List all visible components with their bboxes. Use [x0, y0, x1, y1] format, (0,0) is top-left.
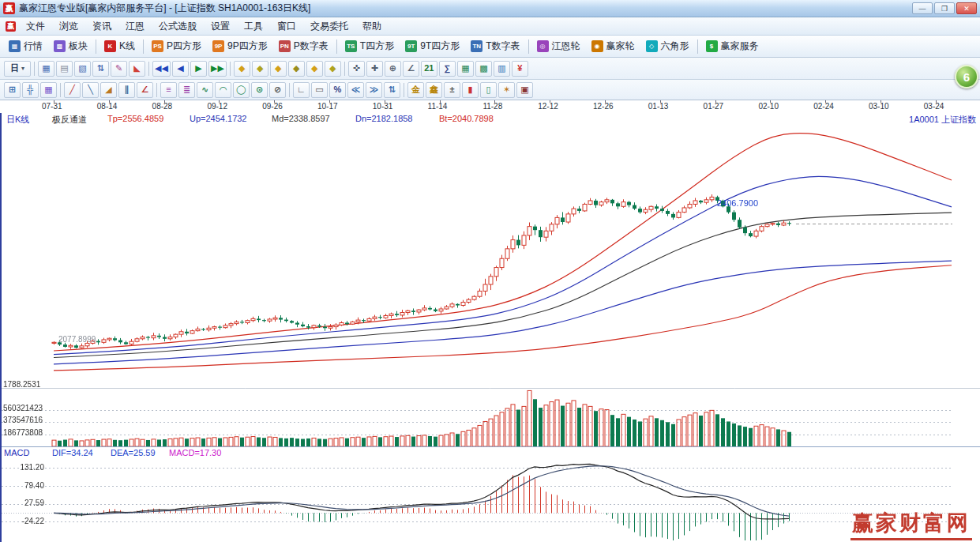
t-square-button[interactable]: TST四方形	[340, 38, 400, 55]
close-button[interactable]: ✕	[956, 2, 977, 14]
toolbar-separator	[336, 40, 337, 54]
fib-levels-button[interactable]: ≡	[160, 82, 177, 98]
layout-grid-button[interactable]: ▦	[38, 61, 54, 77]
gold-tool-button[interactable]: 金	[407, 82, 424, 98]
split-panel-icon: ▥	[498, 64, 505, 73]
copy-chart-button[interactable]: ▧	[74, 61, 91, 77]
pen-tool-button[interactable]: ✎	[111, 61, 127, 77]
grid-cross-button[interactable]: ⊞	[4, 82, 21, 98]
quick-layout-badge[interactable]: 6	[955, 65, 978, 88]
minimize-button[interactable]: —	[912, 2, 933, 14]
gann-grid-button[interactable]: ╬	[22, 82, 39, 98]
trend-down-line-button[interactable]: ╲	[82, 82, 99, 98]
fortune-tool-button[interactable]: 鑫	[426, 82, 442, 98]
updown-scale-button[interactable]: ⇅	[384, 82, 400, 98]
menu-item[interactable]: 工具	[237, 17, 270, 36]
arc-tool-button[interactable]: ◠	[215, 82, 231, 98]
prev-bar-button[interactable]: ◀	[172, 61, 189, 77]
money-flow-button[interactable]: ¥	[512, 61, 528, 77]
p-number-table-button[interactable]: PNP数字表	[273, 38, 334, 55]
cycle-circle-button[interactable]: ⊙	[251, 82, 268, 98]
trend-down-line-icon: ╲	[88, 85, 93, 94]
gann-diamond-3-button[interactable]: ◆	[270, 61, 287, 77]
maximize-button[interactable]: ❐	[934, 2, 955, 14]
trend-up-line-button[interactable]: ╱	[64, 82, 81, 98]
zoom-tool-button[interactable]: ⊕	[385, 61, 401, 77]
stats-sigma-button[interactable]: ∑	[439, 61, 456, 77]
last-bar-icon: ▶▶	[211, 64, 224, 73]
gann-diamond-1-button[interactable]: ◆	[234, 61, 250, 77]
menu-item[interactable]: 文件	[19, 17, 52, 36]
angle-measure-button[interactable]: ∠	[137, 82, 153, 98]
menu-item[interactable]: 交易委托	[303, 17, 355, 36]
t9-square-button[interactable]: 9T9T四方形	[400, 38, 465, 55]
list-view-button[interactable]: ▤	[56, 61, 73, 77]
t-number-table-button[interactable]: TNT数字表	[465, 38, 525, 55]
green-grid-icon: ▩	[479, 64, 487, 73]
green-grid-button[interactable]: ▩	[475, 61, 492, 77]
menu-item[interactable]: 设置	[204, 17, 237, 36]
menu-item[interactable]: 江恩	[118, 17, 152, 36]
crosshair-button[interactable]: ✚	[366, 61, 383, 77]
time-cycle-button[interactable]: ⊘	[269, 82, 286, 98]
red-bar-button[interactable]: ▮	[462, 82, 479, 98]
toolbar-item-label: 9T四方形	[420, 40, 460, 53]
paint-brush-button[interactable]: ◣	[129, 61, 145, 77]
winner-wheel-button[interactable]: ◉赢家轮	[586, 38, 640, 55]
winner-service-button[interactable]: $赢家服务	[700, 38, 764, 55]
next-bar-icon: ▶	[195, 64, 201, 73]
last-bar-button[interactable]: ▶▶	[208, 61, 227, 77]
exit-panel-button[interactable]: ▣	[516, 82, 533, 98]
macd-dea-value: DEA=25.59	[111, 448, 156, 457]
main-chart-canvas[interactable]	[0, 126, 980, 446]
parallel-lines-button[interactable]: ∥	[118, 82, 135, 98]
sectors-button[interactable]: ▩板块	[48, 38, 93, 55]
period-day-button[interactable]: 日▾	[4, 61, 31, 77]
angle-tool-button[interactable]: ∠	[403, 61, 419, 77]
hexagon-button[interactable]: ◇六角形	[640, 38, 695, 55]
toolbar-separator	[156, 83, 157, 97]
toolbar-separator	[404, 83, 404, 97]
split-panel-button[interactable]: ▥	[494, 61, 510, 77]
calendar-21-button[interactable]: 21	[421, 61, 437, 77]
layout-grid-icon: ▦	[42, 64, 50, 73]
gann-diamond-2-button[interactable]: ◆	[252, 61, 268, 77]
axis-date-label: 08-14	[97, 102, 118, 111]
balance-tool-button[interactable]: ±	[444, 82, 460, 98]
toolbar-item-label: T数字表	[486, 40, 520, 53]
menu-item[interactable]: 资讯	[85, 17, 118, 36]
hexagon-icon: ◇	[646, 40, 658, 52]
expand-time-button[interactable]: ≫	[366, 82, 382, 98]
market-table-button[interactable]: ▦	[457, 61, 474, 77]
rect-tool-button[interactable]: ▭	[311, 82, 328, 98]
gann-wheel-button[interactable]: ◎江恩轮	[531, 38, 586, 55]
circle-tool-button[interactable]: ◯	[233, 82, 250, 98]
gann-diamond-6-button[interactable]: ◆	[325, 61, 341, 77]
right-angle-button[interactable]: ∟	[293, 82, 310, 98]
pan-hand-button[interactable]: ✜	[348, 61, 365, 77]
application-window: 赢 赢家江恩专业版[赢家内部服务平台] - [上证指数 SH1A0001-163…	[0, 0, 980, 542]
menu-item[interactable]: 浏览	[52, 17, 85, 36]
swap-axis-button[interactable]: ⇅	[92, 61, 109, 77]
menu-item[interactable]: 公式选股	[152, 17, 204, 36]
next-bar-button[interactable]: ▶	[190, 61, 207, 77]
percent-tool-button[interactable]: %	[329, 82, 346, 98]
first-bar-button[interactable]: ◀◀	[152, 61, 171, 77]
menu-item[interactable]: 窗口	[270, 17, 303, 36]
p9-square-button[interactable]: 9P9P四方形	[207, 38, 273, 55]
p-square-button[interactable]: PSP四方形	[146, 38, 207, 55]
price-grid-button[interactable]: ▦	[40, 82, 57, 98]
crosshair-icon: ✚	[371, 64, 378, 73]
compress-time-button[interactable]: ≪	[347, 82, 364, 98]
quotes-button[interactable]: ▦行情	[3, 38, 48, 55]
gann-fan-button[interactable]: ◢	[100, 82, 117, 98]
green-bar-button[interactable]: ▯	[480, 82, 497, 98]
menu-item[interactable]: 帮助	[355, 17, 389, 36]
gann-diamond-5-button[interactable]: ◆	[306, 61, 323, 77]
gann-diamond-4-button[interactable]: ◆	[288, 61, 305, 77]
wave-tool-button[interactable]: ∿	[197, 82, 213, 98]
macd-chart-canvas[interactable]	[0, 457, 980, 542]
star-tool-button[interactable]: ✶	[498, 82, 515, 98]
percent-levels-button[interactable]: ≣	[178, 82, 195, 98]
kline-button[interactable]: KK线	[99, 38, 141, 55]
